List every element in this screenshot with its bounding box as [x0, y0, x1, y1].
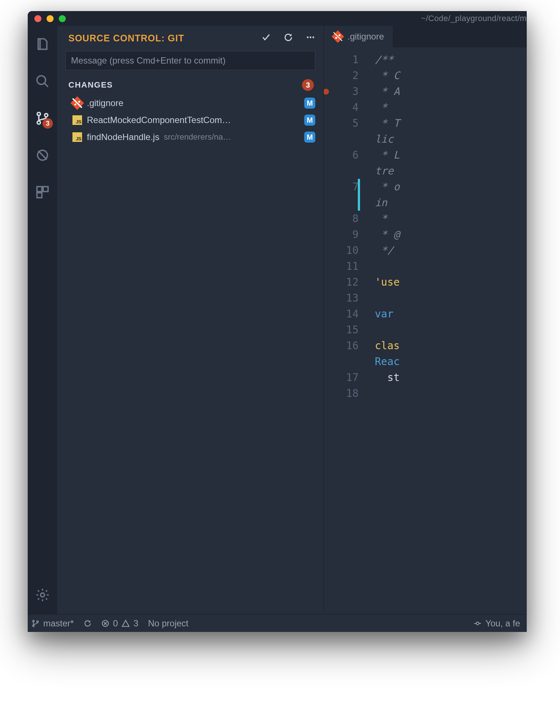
minimize-window-button[interactable] [47, 15, 54, 22]
window-title-path: ~/Code/_playground/react/m [421, 11, 527, 26]
status-sync[interactable] [84, 619, 92, 627]
code-editor[interactable]: 123456789101112131415161718 /** * C * A … [324, 47, 527, 614]
refresh-icon [284, 33, 293, 42]
line-number: 17 [324, 370, 359, 385]
status-branch[interactable]: master* [31, 618, 74, 629]
modified-badge: M [304, 132, 315, 143]
line-number: 10 [324, 242, 359, 258]
status-problems[interactable]: 0 3 [101, 618, 139, 629]
change-filepath: src/renderers/na… [164, 132, 300, 142]
editor-group: .gitignore 123456789101112131415161718 /… [323, 26, 527, 614]
svg-point-1 [37, 112, 41, 116]
tab-label: .gitignore [347, 31, 384, 42]
blame-text: You, a fe [485, 618, 520, 629]
svg-point-11 [312, 37, 314, 38]
status-bar: master* 0 3 No project You, a fe [28, 614, 527, 632]
error-count: 0 [113, 618, 118, 629]
line-number: 9 [324, 227, 359, 242]
line-number: 15 [324, 322, 359, 338]
activity-bar: 3 [28, 26, 57, 614]
code-line: * oin [375, 179, 400, 211]
editor-tab-gitignore[interactable]: .gitignore [324, 26, 393, 47]
commit-message-box[interactable] [65, 51, 315, 70]
status-git-blame[interactable]: You, a fe [474, 618, 520, 629]
line-number: 1 [324, 52, 359, 68]
svg-point-12 [33, 620, 34, 622]
svg-rect-5 [37, 187, 42, 191]
line-number: 14 [324, 306, 359, 322]
line-number: 4 [324, 99, 359, 115]
window-controls [34, 15, 66, 22]
bug-icon [35, 148, 50, 163]
change-filename: .gitignore [87, 98, 123, 108]
change-row[interactable]: JSfindNodeHandle.jssrc/renderers/na…M [57, 129, 323, 146]
code-line: /** [375, 52, 400, 68]
commit-button[interactable] [261, 33, 271, 44]
activity-extensions[interactable] [34, 184, 51, 200]
branch-name: master* [43, 618, 74, 629]
code-line: * @ [375, 227, 400, 242]
code-line: * [375, 211, 400, 227]
code-line: * [375, 99, 400, 115]
activity-debug[interactable] [34, 147, 51, 163]
line-number: 11 [324, 258, 359, 274]
code-line [375, 258, 400, 274]
line-number: 3 [324, 84, 359, 99]
activity-source-control[interactable]: 3 [34, 110, 51, 126]
more-icon [306, 33, 315, 42]
code-line: * Tlic [375, 115, 400, 147]
line-number: 12 [324, 274, 359, 290]
modified-badge: M [304, 98, 315, 109]
code-line: */ [375, 242, 400, 258]
svg-point-9 [307, 37, 309, 38]
svg-rect-7 [37, 193, 42, 198]
code-line [375, 385, 400, 401]
svg-point-2 [37, 121, 41, 124]
code-line [375, 290, 400, 306]
change-row[interactable]: .gitignoreM [57, 95, 323, 112]
activity-settings[interactable] [34, 587, 51, 603]
code-line: 'use [375, 274, 400, 290]
svg-point-0 [37, 76, 45, 84]
svg-rect-6 [43, 187, 48, 191]
code-content: /** * C * A * * Tlic * Ltre * oin * * @ … [368, 47, 400, 614]
changes-header[interactable]: CHANGES 3 [57, 75, 323, 95]
code-line: * C [375, 68, 400, 84]
activity-search[interactable] [34, 73, 51, 89]
line-number: 2 [324, 68, 359, 84]
extensions-icon [35, 185, 50, 200]
line-number: 5 [324, 115, 359, 147]
code-line: * A [375, 84, 400, 99]
svg-point-8 [41, 593, 45, 597]
refresh-button[interactable] [284, 33, 293, 44]
svg-point-16 [476, 622, 479, 625]
svg-point-10 [310, 37, 312, 38]
scm-badge: 3 [43, 118, 53, 129]
maximize-window-button[interactable] [59, 15, 66, 22]
project-label: No project [148, 618, 188, 629]
line-number-gutter: 123456789101112131415161718 [324, 47, 368, 614]
sync-icon [84, 619, 92, 627]
gear-icon [35, 588, 50, 602]
git-icon [333, 31, 343, 42]
activity-explorer[interactable] [34, 36, 51, 52]
git-icon [72, 98, 82, 108]
commit-message-input[interactable] [71, 55, 310, 66]
error-icon [101, 619, 109, 627]
more-actions-button[interactable] [306, 33, 315, 44]
scm-header: SOURCE CONTROL: GIT [57, 26, 323, 47]
js-file-icon: JS [72, 132, 82, 142]
editor-tabs: .gitignore [324, 26, 527, 47]
status-project[interactable]: No project [148, 618, 188, 629]
line-number: 6 [324, 147, 359, 179]
close-window-button[interactable] [34, 15, 41, 22]
files-icon [35, 37, 50, 52]
changes-count-badge: 3 [302, 79, 314, 91]
warning-count: 3 [133, 618, 138, 629]
line-number: 18 [324, 385, 359, 401]
code-line: clasReac [375, 338, 400, 370]
code-line: * Ltre [375, 147, 400, 179]
commit-icon [474, 619, 482, 627]
vscode-window: ~/Code/_playground/react/m 3 [28, 11, 527, 632]
change-row[interactable]: JSReactMockedComponentTestCom…M [57, 112, 323, 129]
